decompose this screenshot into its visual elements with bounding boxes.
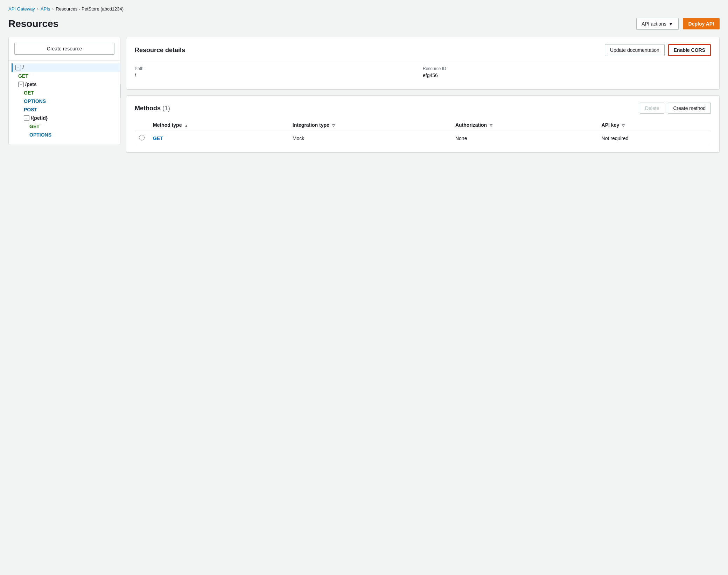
methods-title-text: Methods [135, 105, 161, 112]
breadcrumb-apis[interactable]: APIs [41, 6, 50, 12]
methods-header: Methods (1) Delete Create method [135, 103, 711, 114]
sort-desc-icon-auth: ▽ [490, 124, 492, 127]
create-method-button[interactable]: Create method [668, 103, 711, 114]
tree-path-pets: /pets [25, 82, 37, 87]
tree-method-get-pets: GET [24, 90, 34, 96]
tree-method-post-pets: POST [24, 107, 37, 112]
tree-toggle-root[interactable]: − [15, 65, 21, 70]
delete-method-button[interactable]: Delete [640, 103, 664, 114]
api-key-value: Not required [602, 136, 629, 141]
resource-details-header: Resource details Update documentation En… [135, 44, 711, 56]
main-content: Create resource − / GET − /pets [8, 37, 720, 153]
tree-item-root[interactable]: − / [12, 63, 120, 72]
methods-card: Methods (1) Delete Create method Method … [126, 95, 720, 153]
chevron-down-icon: ▼ [668, 21, 673, 27]
breadcrumb-api-gateway[interactable]: API Gateway [8, 6, 35, 12]
page-header: Resources API actions ▼ Deploy API [8, 18, 720, 30]
th-api-key-label: API key [602, 122, 620, 128]
detail-path-label: Path [135, 66, 423, 71]
update-documentation-button[interactable]: Update documentation [605, 44, 665, 56]
th-method-type[interactable]: Method type ▲ [149, 119, 288, 131]
resize-handle-line [120, 84, 120, 98]
detail-resource-id-value: efg456 [423, 72, 711, 78]
create-resource-button[interactable]: Create resource [14, 43, 114, 55]
tree-item-pets[interactable]: − /pets [12, 80, 120, 89]
tree-item-get-petid[interactable]: GET [12, 122, 120, 131]
tree-path-petid: /{petId} [31, 115, 48, 121]
resize-handle[interactable] [118, 37, 122, 145]
tree-item-options-pets[interactable]: OPTIONS [12, 97, 120, 105]
tree-item-post-pets[interactable]: POST [12, 105, 120, 114]
methods-table: Method type ▲ Integration type ▽ Authori… [135, 119, 711, 145]
resource-details-grid: Path / Resource ID efg456 [135, 62, 711, 82]
detail-path-value: / [135, 72, 423, 78]
th-authorization[interactable]: Authorization ▽ [451, 119, 597, 131]
tree-method-options-pets: OPTIONS [24, 98, 46, 104]
methods-count: (1) [162, 105, 170, 112]
tree-path-root: / [22, 65, 24, 70]
api-actions-button[interactable]: API actions ▼ [636, 18, 679, 30]
page-wrapper: API Gateway › APIs › Resources - PetStor… [0, 0, 728, 575]
page-title: Resources [8, 18, 58, 29]
tree-item-options-petid[interactable]: OPTIONS [12, 131, 120, 139]
detail-resource-id-label: Resource ID [423, 66, 711, 71]
resource-details-actions: Update documentation Enable CORS [605, 44, 711, 56]
th-select [135, 119, 149, 131]
tree-method-get-petid: GET [29, 124, 40, 129]
methods-actions: Delete Create method [640, 103, 711, 114]
breadcrumb-sep-2: › [52, 7, 54, 12]
methods-table-header-row: Method type ▲ Integration type ▽ Authori… [135, 119, 711, 131]
right-panel: Resource details Update documentation En… [126, 37, 720, 153]
method-get-link[interactable]: GET [153, 136, 163, 141]
breadcrumb-sep-1: › [37, 7, 38, 12]
tree-method-get-root: GET [18, 73, 28, 79]
api-actions-label: API actions [642, 21, 666, 27]
tree-item-get-root[interactable]: GET [12, 72, 120, 80]
detail-resource-id: Resource ID efg456 [423, 62, 711, 82]
detail-path: Path / [135, 62, 423, 82]
resource-details-title: Resource details [135, 47, 185, 54]
integration-type-value: Mock [293, 136, 304, 141]
th-integration-type[interactable]: Integration type ▽ [288, 119, 451, 131]
th-authorization-label: Authorization [455, 122, 487, 128]
breadcrumb-current: Resources - PetStore (abcd1234) [56, 6, 124, 12]
header-actions: API actions ▼ Deploy API [636, 18, 720, 30]
td-authorization: None [451, 131, 597, 145]
sort-asc-icon: ▲ [184, 124, 188, 127]
enable-cors-button[interactable]: Enable CORS [668, 44, 711, 56]
th-method-type-label: Method type [153, 122, 182, 128]
tree-method-options-petid: OPTIONS [29, 132, 51, 138]
breadcrumb: API Gateway › APIs › Resources - PetStor… [8, 6, 720, 12]
sort-desc-icon-key: ▽ [622, 124, 625, 127]
sidebar-divider [9, 60, 120, 61]
sort-desc-icon-integration: ▽ [332, 124, 335, 127]
table-row: GET Mock None Not required [135, 131, 711, 145]
resource-sidebar: Create resource − / GET − /pets [8, 37, 120, 145]
tree-item-petid[interactable]: − /{petId} [12, 114, 120, 122]
tree-toggle-petid[interactable]: − [24, 115, 29, 121]
td-radio [135, 131, 149, 145]
td-method-type: GET [149, 131, 288, 145]
td-api-key: Not required [597, 131, 711, 145]
deploy-api-button[interactable]: Deploy API [683, 18, 720, 29]
tree-item-get-pets[interactable]: GET [12, 89, 120, 97]
th-integration-type-label: Integration type [293, 122, 329, 128]
td-integration-type: Mock [288, 131, 451, 145]
methods-title: Methods (1) [135, 105, 170, 112]
resource-details-card: Resource details Update documentation En… [126, 37, 720, 90]
th-api-key[interactable]: API key ▽ [597, 119, 711, 131]
resource-tree: − / GET − /pets GET OPTIONS [9, 63, 120, 139]
authorization-value: None [455, 136, 467, 141]
tree-toggle-pets[interactable]: − [18, 82, 24, 87]
method-select-radio[interactable] [139, 135, 145, 140]
